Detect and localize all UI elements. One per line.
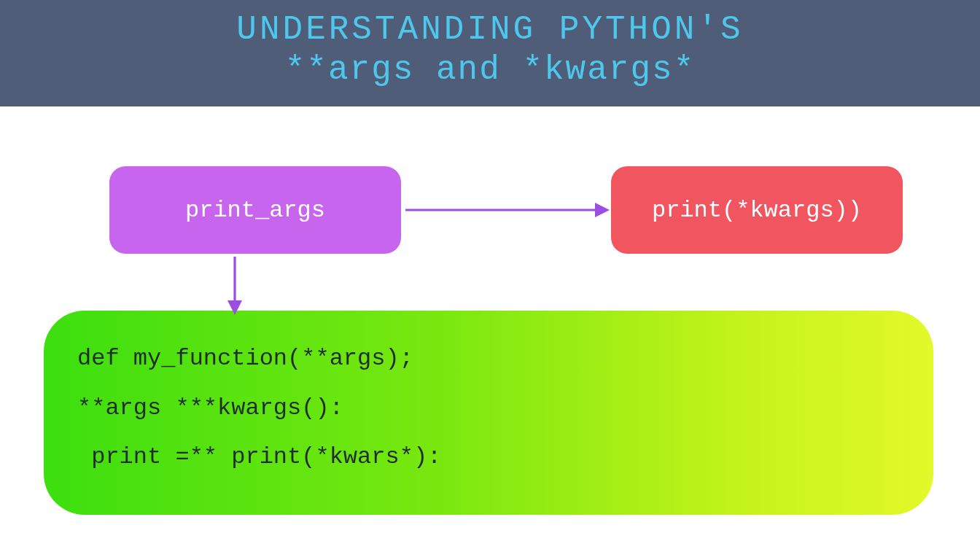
code-line-1: def my_function(**args); bbox=[77, 334, 900, 383]
node-print-kwargs: print(*kwargs)) bbox=[611, 166, 903, 254]
code-block: def my_function(**args); **args ***kwarg… bbox=[44, 311, 933, 515]
node-print-kwargs-label: print(*kwargs)) bbox=[652, 197, 862, 224]
code-line-3: print =** print(*kwars*): bbox=[77, 432, 900, 481]
arrow-right-head-icon bbox=[595, 203, 610, 217]
slide-header: UNDERSTANDING PYTHON'S **args and *kwarg… bbox=[0, 0, 980, 106]
code-line-2: **args ***kwargs(): bbox=[77, 384, 900, 432]
node-print-args-label: print_args bbox=[185, 197, 325, 224]
node-print-args: print_args bbox=[109, 166, 401, 254]
title-line-1: UNDERSTANDING PYTHON'S bbox=[0, 10, 980, 50]
diagram-canvas: print_args print(*kwargs)) def my_functi… bbox=[0, 106, 980, 560]
title-line-2: **args and *kwargs* bbox=[0, 50, 980, 90]
